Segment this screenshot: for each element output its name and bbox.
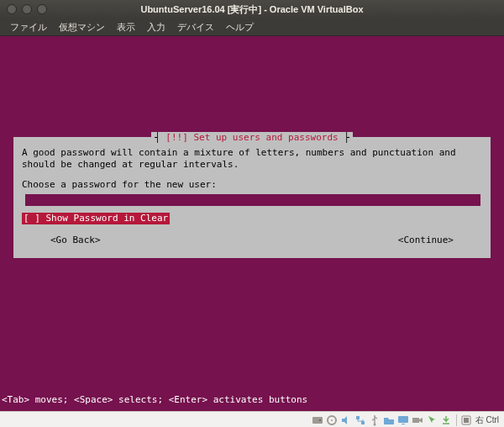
svg-rect-4 <box>356 416 360 419</box>
menu-help[interactable]: ヘルプ <box>226 21 254 34</box>
svg-rect-7 <box>398 416 408 423</box>
host-key-label: 右 Ctrl <box>474 414 499 426</box>
usb-icon <box>369 414 381 426</box>
menu-input[interactable]: 入力 <box>147 21 165 34</box>
window-title: UbuntuServer16.04 [実行中] - Oracle VM Virt… <box>0 3 504 16</box>
installer-dialog: ┤ [!!] Set up users and passwords ├ A go… <box>13 137 491 258</box>
svg-point-6 <box>373 424 375 426</box>
mouse-icon <box>426 414 438 426</box>
window-titlebar: UbuntuServer16.04 [実行中] - Oracle VM Virt… <box>0 0 504 18</box>
svg-point-3 <box>331 419 333 421</box>
display-icon <box>397 414 409 426</box>
svg-rect-11 <box>464 418 469 423</box>
go-back-button[interactable]: <Go Back> <box>50 235 101 246</box>
host-key-indicator-icon <box>461 415 471 425</box>
window-maximize-button[interactable] <box>37 4 47 14</box>
menu-bar: ファイル 仮想マシン 表示 入力 デバイス ヘルプ <box>0 18 504 36</box>
menu-view[interactable]: 表示 <box>117 21 135 34</box>
menu-devices[interactable]: デバイス <box>177 21 214 34</box>
network-icon <box>354 414 366 426</box>
status-separator <box>456 414 457 426</box>
svg-rect-9 <box>412 418 419 423</box>
show-password-checkbox[interactable]: [ ] Show Password in Clear <box>22 213 170 224</box>
svg-rect-8 <box>402 424 405 424</box>
cd-icon <box>326 414 338 426</box>
dialog-help-text: A good password will contain a mixture o… <box>22 147 482 171</box>
window-minimize-button[interactable] <box>22 4 32 14</box>
menu-file[interactable]: ファイル <box>10 21 47 34</box>
svg-point-1 <box>319 419 321 421</box>
dialog-title-marker: [!!] <box>165 132 193 143</box>
videocap-icon <box>412 414 423 426</box>
keyboard-hint: <Tab> moves; <Space> selects; <Enter> ac… <box>2 394 307 406</box>
guest-display[interactable]: ┤ [!!] Set up users and passwords ├ A go… <box>0 36 504 411</box>
vm-status-bar: 右 Ctrl <box>0 411 504 427</box>
hdd-icon <box>312 414 323 426</box>
shared-folder-icon <box>383 414 395 426</box>
svg-rect-5 <box>361 421 365 424</box>
continue-button[interactable]: <Continue> <box>398 235 454 246</box>
dialog-title-open: ┤ <box>155 132 165 143</box>
dialog-title-text: Set up users and passwords <box>193 132 338 143</box>
password-prompt: Choose a password for the new user: <box>22 179 482 191</box>
password-input[interactable] <box>25 194 480 206</box>
keyboard-icon <box>440 414 452 426</box>
sound-icon <box>340 414 352 426</box>
svg-rect-0 <box>312 417 323 424</box>
window-close-button[interactable] <box>7 4 17 14</box>
dialog-title-close: ├ <box>339 132 349 143</box>
menu-machine[interactable]: 仮想マシン <box>59 21 105 34</box>
